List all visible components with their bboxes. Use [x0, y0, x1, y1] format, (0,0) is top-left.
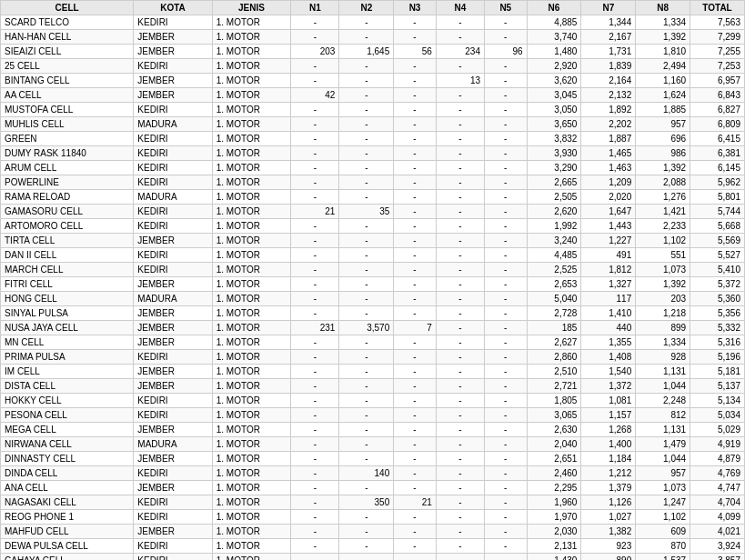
table-cell: 5,316: [690, 335, 745, 350]
table-cell: -: [291, 74, 339, 88]
table-cell: -: [485, 59, 528, 74]
table-cell: 1,268: [581, 423, 636, 437]
table-cell: -: [436, 234, 484, 248]
table-cell: 2,651: [527, 452, 581, 466]
table-cell: -: [291, 394, 339, 408]
table-row: RAMA RELOADMADURA1. MOTOR-----2,5052,020…: [1, 190, 745, 205]
table-cell: -: [339, 277, 394, 292]
table-cell: SIEAIZI CELL: [1, 45, 134, 59]
table-cell: -: [339, 539, 394, 554]
table-cell: -: [485, 277, 528, 292]
table-cell: -: [394, 263, 437, 277]
table-row: MEGA CELLJEMBER1. MOTOR-----2,6301,2681,…: [1, 423, 745, 437]
table-cell: -: [394, 234, 437, 248]
table-cell: -: [485, 321, 528, 335]
table-cell: 1,073: [636, 481, 690, 495]
table-cell: 1,465: [581, 146, 636, 161]
table-row: HONG CELLMADURA1. MOTOR-----5,0401172035…: [1, 292, 745, 306]
table-cell: -: [394, 554, 437, 561]
table-cell: -: [291, 234, 339, 248]
table-cell: 1,027: [581, 510, 636, 525]
table-cell: -: [291, 437, 339, 452]
table-cell: 870: [636, 539, 690, 554]
table-cell: 185: [527, 321, 581, 335]
table-cell: -: [394, 59, 437, 74]
table-cell: 1. MOTOR: [212, 88, 290, 103]
table-cell: MADURA: [134, 292, 212, 306]
table-cell: -: [436, 219, 484, 234]
table-cell: -: [291, 146, 339, 161]
header-n1: N1: [291, 1, 339, 15]
table-cell: 1. MOTOR: [212, 30, 290, 45]
table-cell: -: [485, 190, 528, 205]
table-cell: 1. MOTOR: [212, 452, 290, 466]
table-row: HOKKY CELLKEDIRI1. MOTOR-----1,8051,0812…: [1, 394, 745, 408]
table-cell: -: [436, 510, 484, 525]
table-cell: 1,327: [581, 277, 636, 292]
table-cell: 21: [394, 495, 437, 510]
table-cell: 1. MOTOR: [212, 510, 290, 525]
table-cell: 1,839: [581, 59, 636, 74]
table-row: MARCH CELLKEDIRI1. MOTOR-----2,5251,8121…: [1, 263, 745, 277]
table-cell: -: [291, 30, 339, 45]
table-cell: 1. MOTOR: [212, 423, 290, 437]
table-cell: 1,624: [636, 88, 690, 103]
table-cell: ANA CELL: [1, 481, 134, 495]
table-row: TIRTA CELLJEMBER1. MOTOR-----3,2401,2271…: [1, 234, 745, 248]
table-cell: KEDIRI: [134, 146, 212, 161]
table-cell: 1,970: [527, 510, 581, 525]
table-cell: -: [485, 379, 528, 394]
table-cell: -: [291, 466, 339, 481]
table-cell: -: [291, 277, 339, 292]
table-cell: 3,930: [527, 146, 581, 161]
table-cell: 2,665: [527, 175, 581, 190]
table-cell: -: [339, 481, 394, 495]
table-cell: 203: [291, 45, 339, 59]
table-cell: 1,184: [581, 452, 636, 466]
table-cell: 923: [581, 539, 636, 554]
table-cell: 1. MOTOR: [212, 539, 290, 554]
table-cell: 6,381: [690, 146, 745, 161]
table-cell: 1. MOTOR: [212, 394, 290, 408]
table-cell: -: [485, 30, 528, 45]
table-cell: -: [485, 103, 528, 117]
table-cell: 1,227: [581, 234, 636, 248]
table-cell: 2,088: [636, 175, 690, 190]
table-cell: 25 CELL: [1, 59, 134, 74]
table-cell: -: [436, 365, 484, 379]
table-cell: -: [394, 379, 437, 394]
table-cell: 2,020: [581, 190, 636, 205]
table-cell: 1,126: [581, 495, 636, 510]
table-cell: 2,721: [527, 379, 581, 394]
table-cell: -: [436, 306, 484, 321]
table-cell: 4,747: [690, 481, 745, 495]
table-cell: DISTA CELL: [1, 379, 134, 394]
table-cell: 2,494: [636, 59, 690, 74]
table-cell: KEDIRI: [134, 408, 212, 423]
table-cell: 1,334: [636, 15, 690, 30]
table-row: BINTANG CELLJEMBER1. MOTOR---13-3,6202,1…: [1, 74, 745, 88]
table-cell: 1. MOTOR: [212, 408, 290, 423]
table-cell: -: [436, 525, 484, 539]
table-cell: -: [339, 335, 394, 350]
table-cell: 1,410: [581, 306, 636, 321]
table-row: NAGASAKI CELLKEDIRI1. MOTOR-35021--1,960…: [1, 495, 745, 510]
table-cell: 5,410: [690, 263, 745, 277]
table-cell: -: [485, 554, 528, 561]
table-cell: 2,653: [527, 277, 581, 292]
table-cell: 5,569: [690, 234, 745, 248]
table-cell: 3,240: [527, 234, 581, 248]
table-cell: 4,919: [690, 437, 745, 452]
table-cell: 234: [436, 45, 484, 59]
table-cell: 1. MOTOR: [212, 117, 290, 132]
table-cell: 3,650: [527, 117, 581, 132]
table-cell: KEDIRI: [134, 394, 212, 408]
table-cell: -: [339, 437, 394, 452]
table-cell: -: [339, 263, 394, 277]
table-cell: 1,073: [636, 263, 690, 277]
table-cell: -: [394, 394, 437, 408]
table-cell: 1. MOTOR: [212, 379, 290, 394]
table-cell: 812: [636, 408, 690, 423]
table-cell: -: [394, 466, 437, 481]
table-cell: JEMBER: [134, 234, 212, 248]
